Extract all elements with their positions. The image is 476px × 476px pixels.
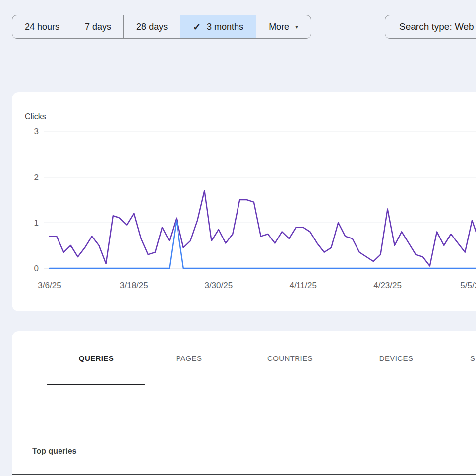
svg-text:5/5/25: 5/5/25 — [460, 281, 476, 290]
dimensions-card: QUERIES PAGES COUNTRIES DEVICES SEARCH A… — [12, 331, 476, 476]
toolbar-divider — [372, 18, 372, 35]
svg-text:3/30/25: 3/30/25 — [204, 281, 233, 290]
svg-text:3/6/25: 3/6/25 — [38, 281, 61, 290]
svg-text:3: 3 — [34, 127, 39, 136]
clicks-line-chart[interactable]: 01233/6/253/18/253/30/254/11/254/23/255/… — [12, 92, 476, 311]
svg-text:4/23/25: 4/23/25 — [373, 281, 402, 290]
filter-24-hours[interactable]: 24 hours — [12, 15, 72, 38]
search-type-chip[interactable]: Search type: Web — [385, 15, 476, 39]
filter-more-label: More — [269, 22, 289, 32]
tab-queries[interactable]: QUERIES — [79, 354, 114, 362]
filter-3-months[interactable]: ✓ 3 months — [180, 15, 256, 38]
tab-devices[interactable]: DEVICES — [379, 354, 414, 362]
checkmark-icon: ✓ — [193, 21, 201, 33]
chevron-down-icon: ▾ — [295, 23, 298, 31]
filter-more[interactable]: More ▾ — [256, 15, 311, 38]
svg-text:3/18/25: 3/18/25 — [120, 281, 148, 290]
svg-text:0: 0 — [34, 264, 39, 273]
filter-7-days[interactable]: 7 days — [72, 15, 123, 38]
svg-text:4/11/25: 4/11/25 — [289, 281, 316, 290]
tab-pages[interactable]: PAGES — [176, 354, 202, 362]
date-range-filter-group: 24 hours 7 days 28 days ✓ 3 months More … — [12, 15, 311, 39]
svg-text:2: 2 — [34, 173, 39, 182]
active-tab-indicator — [47, 384, 145, 385]
top-queries-title: Top queries — [32, 447, 77, 456]
table-header-border — [12, 474, 476, 475]
tab-search-appearance[interactable]: SEARCH APPEARANCE — [470, 354, 476, 362]
tab-countries[interactable]: COUNTRIES — [267, 354, 313, 362]
filter-3-months-label: 3 months — [207, 22, 243, 32]
filter-28-days[interactable]: 28 days — [123, 15, 180, 38]
svg-text:1: 1 — [34, 218, 39, 228]
card-divider — [12, 425, 476, 425]
performance-chart-card: Clicks 01233/6/253/18/253/30/254/11/254/… — [12, 92, 476, 311]
